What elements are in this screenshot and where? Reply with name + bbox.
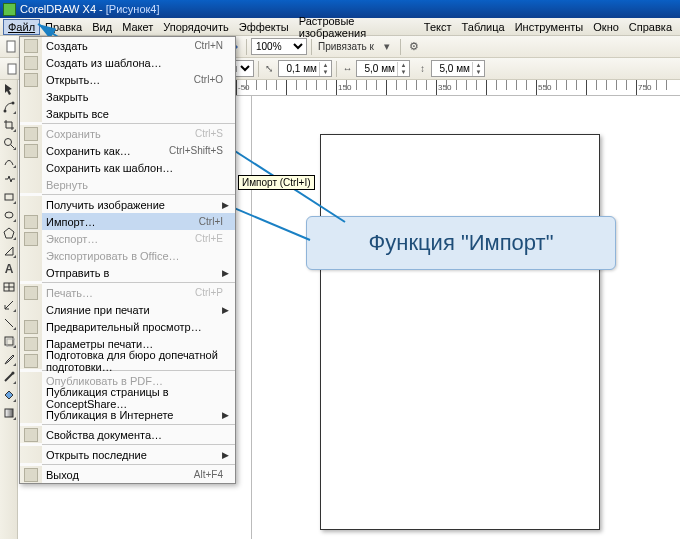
menu-label: Сохранить как… [42, 145, 169, 157]
menu-help[interactable]: Справка [624, 19, 677, 35]
file-menu-item-0[interactable]: СоздатьCtrl+N [20, 37, 235, 54]
spinner-up-icon[interactable]: ▲ [320, 62, 331, 69]
import-tooltip: Импорт (Ctrl+I) [238, 175, 315, 190]
menu-label: Печать… [42, 287, 195, 299]
page [320, 134, 600, 530]
connector-tool[interactable] [0, 314, 18, 332]
file-menu-item-21[interactable]: Подготовка для бюро допечатной подготовк… [20, 352, 235, 369]
basic-shapes-tool[interactable] [0, 242, 18, 260]
menu-bitmaps[interactable]: Растровые изображения [294, 13, 419, 41]
file-menu-item-11[interactable]: Получить изображение▶ [20, 196, 235, 213]
table-tool[interactable] [0, 278, 18, 296]
props-icon [24, 428, 38, 442]
polygon-tool[interactable] [0, 224, 18, 242]
file-menu-item-29[interactable]: Открыть последние▶ [20, 446, 235, 463]
file-menu-item-14: Экспортировать в Office… [20, 247, 235, 264]
text-tool[interactable]: A [0, 260, 18, 278]
prep-icon [24, 354, 38, 368]
app-logo-icon [3, 3, 16, 16]
interactive-tool[interactable] [0, 332, 18, 350]
canvas[interactable] [252, 96, 680, 539]
submenu-arrow-icon: ▶ [222, 450, 229, 460]
nudge-group: ⤡ ▲▼ [263, 60, 332, 77]
svg-rect-9 [8, 64, 16, 74]
dimension-tool[interactable] [0, 296, 18, 314]
file-menu-item-31[interactable]: ВыходAlt+F4 [20, 466, 235, 483]
file-menu-item-25[interactable]: Публикация в Интернете▶ [20, 406, 235, 423]
file-menu-item-9: Вернуть [20, 176, 235, 193]
svg-point-29 [12, 372, 15, 375]
outline-tool[interactable] [0, 368, 18, 386]
preview-icon [24, 320, 38, 334]
dup-dy[interactable]: ▲▼ [431, 60, 485, 77]
pick-tool[interactable] [0, 80, 18, 98]
svg-rect-0 [7, 41, 15, 52]
crop-tool[interactable] [0, 116, 18, 134]
svg-line-23 [5, 301, 13, 309]
svg-point-12 [4, 110, 7, 113]
file-menu-item-3[interactable]: Закрыть [20, 88, 235, 105]
file-menu-item-17: Печать…Ctrl+P [20, 284, 235, 301]
menu-edit[interactable]: Правка [40, 19, 87, 35]
menu-label: Импорт… [42, 216, 199, 228]
nudge-value[interactable]: ▲▼ [278, 60, 332, 77]
interactive-fill-tool[interactable] [0, 404, 18, 422]
submenu-arrow-icon: ▶ [222, 410, 229, 420]
file-menu-item-15[interactable]: Отправить в▶ [20, 264, 235, 281]
menu-text[interactable]: Текст [419, 19, 457, 35]
rectangle-tool[interactable] [0, 188, 18, 206]
svg-rect-16 [5, 194, 13, 200]
file-menu-item-8[interactable]: Сохранить как шаблон… [20, 159, 235, 176]
file-menu-item-1[interactable]: Создать из шаблона… [20, 54, 235, 71]
menu-window[interactable]: Окно [588, 19, 624, 35]
menu-tools[interactable]: Инструменты [510, 19, 589, 35]
menu-file[interactable]: Файл [3, 19, 40, 35]
svg-point-14 [5, 139, 12, 146]
print-icon [24, 286, 38, 300]
shape-tool[interactable] [0, 98, 18, 116]
file-menu-item-18[interactable]: Слияние при печати▶ [20, 301, 235, 318]
fill-tool[interactable] [0, 386, 18, 404]
menu-layout[interactable]: Макет [117, 19, 158, 35]
file-menu-item-19[interactable]: Предварительный просмотр… [20, 318, 235, 335]
ellipse-tool[interactable] [0, 206, 18, 224]
options-button[interactable]: ⚙ [405, 38, 423, 56]
file-menu-item-7[interactable]: Сохранить как…Ctrl+Shift+S [20, 142, 235, 159]
snap-dropdown[interactable]: ▾ [378, 38, 396, 56]
width-icon: ↔ [341, 62, 354, 75]
dup-dx-group: ↔ ▲▼ [341, 60, 410, 77]
zoom-select[interactable]: 100% [251, 38, 307, 55]
spinner-down-icon[interactable]: ▼ [320, 69, 331, 76]
freehand-tool[interactable] [0, 152, 18, 170]
submenu-arrow-icon: ▶ [222, 268, 229, 278]
menu-label: Свойства документа… [42, 429, 229, 441]
svg-marker-19 [5, 247, 13, 255]
menu-effects[interactable]: Эффекты [234, 19, 294, 35]
file-menu-item-6: СохранитьCtrl+S [20, 125, 235, 142]
eyedropper-tool[interactable] [0, 350, 18, 368]
dup-dx[interactable]: ▲▼ [356, 60, 410, 77]
new-tpl-icon [24, 56, 38, 70]
menu-table[interactable]: Таблица [457, 19, 510, 35]
height-icon: ↕ [416, 62, 429, 75]
menu-label: Открыть последние [42, 449, 222, 461]
menu-label: Отправить в [42, 267, 222, 279]
menu-label: Сохранить [42, 128, 195, 140]
zoom-tool[interactable] [0, 134, 18, 152]
menu-label: Создать из шаблона… [42, 57, 229, 69]
file-menu-item-12[interactable]: Импорт…Ctrl+I [20, 213, 235, 230]
menu-view[interactable]: Вид [87, 19, 117, 35]
file-menu-item-2[interactable]: Открыть…Ctrl+O [20, 71, 235, 88]
menu-label: Закрыть [42, 91, 229, 103]
menu-arrange[interactable]: Упорядочить [158, 19, 233, 35]
file-menu-item-4[interactable]: Закрыть все [20, 105, 235, 122]
app-name: CorelDRAW X4 [20, 3, 96, 15]
file-menu-item-24[interactable]: Публикация страницы в ConceptShare… [20, 389, 235, 406]
file-menu-item-27[interactable]: Свойства документа… [20, 426, 235, 443]
smart-draw-tool[interactable] [0, 170, 18, 188]
open-icon [24, 73, 38, 87]
export-icon [24, 232, 38, 246]
svg-line-26 [5, 319, 13, 327]
svg-rect-30 [5, 409, 13, 417]
svg-point-13 [12, 102, 15, 105]
